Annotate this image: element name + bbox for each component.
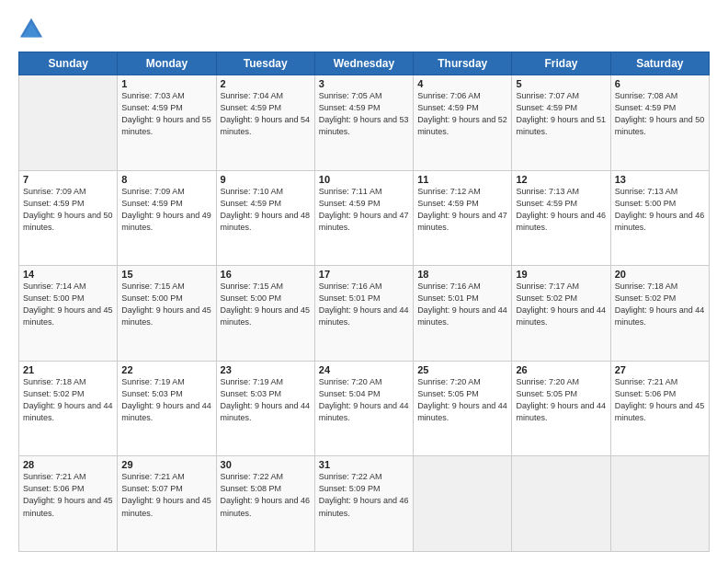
day-info: Sunrise: 7:06 AM Sunset: 4:59 PM Dayligh… [417,91,507,136]
day-number: 9 [221,174,311,185]
calendar-cell: 5 Sunrise: 7:07 AM Sunset: 4:59 PM Dayli… [512,75,610,171]
day-info: Sunrise: 7:09 AM Sunset: 4:59 PM Dayligh… [121,187,211,232]
calendar-week-2: 7 Sunrise: 7:09 AM Sunset: 4:59 PM Dayli… [19,170,710,266]
day-info: Sunrise: 7:08 AM Sunset: 4:59 PM Dayligh… [615,91,705,136]
day-info: Sunrise: 7:17 AM Sunset: 5:02 PM Dayligh… [516,282,606,327]
logo-icon [18,17,44,42]
day-number: 17 [319,269,409,280]
page: SundayMondayTuesdayWednesdayThursdayFrid… [0,0,728,563]
calendar-cell: 27 Sunrise: 7:21 AM Sunset: 5:06 PM Dayl… [610,361,709,456]
calendar-cell: 7 Sunrise: 7:09 AM Sunset: 4:59 PM Dayli… [19,170,118,266]
day-number: 26 [516,364,606,375]
calendar-cell: 28 Sunrise: 7:21 AM Sunset: 5:06 PM Dayl… [19,456,118,552]
day-number: 14 [23,269,113,280]
day-number: 19 [516,269,606,280]
day-number: 28 [23,459,113,470]
day-info: Sunrise: 7:13 AM Sunset: 5:00 PM Dayligh… [615,187,705,232]
calendar-cell: 23 Sunrise: 7:19 AM Sunset: 5:03 PM Dayl… [216,361,314,456]
calendar-cell: 29 Sunrise: 7:21 AM Sunset: 5:07 PM Dayl… [118,456,216,552]
day-number: 6 [615,78,705,89]
calendar-cell: 4 Sunrise: 7:06 AM Sunset: 4:59 PM Dayli… [414,75,512,171]
day-number: 22 [121,364,211,375]
calendar-cell [610,456,709,552]
calendar-cell: 20 Sunrise: 7:18 AM Sunset: 5:02 PM Dayl… [610,266,709,362]
calendar-cell: 1 Sunrise: 7:03 AM Sunset: 4:59 PM Dayli… [118,75,216,171]
day-info: Sunrise: 7:18 AM Sunset: 5:02 PM Dayligh… [615,282,705,327]
day-info: Sunrise: 7:18 AM Sunset: 5:02 PM Dayligh… [23,377,113,422]
day-number: 25 [417,364,507,375]
calendar-cell: 21 Sunrise: 7:18 AM Sunset: 5:02 PM Dayl… [19,361,118,456]
calendar-cell: 18 Sunrise: 7:16 AM Sunset: 5:01 PM Dayl… [414,266,512,362]
day-number: 21 [23,364,113,375]
calendar-cell: 30 Sunrise: 7:22 AM Sunset: 5:08 PM Dayl… [216,456,314,552]
day-info: Sunrise: 7:20 AM Sunset: 5:04 PM Dayligh… [319,377,409,422]
calendar-header-row: SundayMondayTuesdayWednesdayThursdayFrid… [19,52,710,75]
calendar-week-1: 1 Sunrise: 7:03 AM Sunset: 4:59 PM Dayli… [19,75,710,171]
calendar-cell: 19 Sunrise: 7:17 AM Sunset: 5:02 PM Dayl… [512,266,610,362]
calendar-cell [512,456,610,552]
col-header-monday: Monday [118,52,216,75]
calendar-cell: 24 Sunrise: 7:20 AM Sunset: 5:04 PM Dayl… [314,361,413,456]
calendar-cell: 9 Sunrise: 7:10 AM Sunset: 4:59 PM Dayli… [216,170,314,266]
col-header-thursday: Thursday [414,52,512,75]
calendar-cell: 12 Sunrise: 7:13 AM Sunset: 4:59 PM Dayl… [512,170,610,266]
day-info: Sunrise: 7:22 AM Sunset: 5:08 PM Dayligh… [221,472,311,517]
calendar-cell [414,456,512,552]
calendar-cell: 26 Sunrise: 7:20 AM Sunset: 5:05 PM Dayl… [512,361,610,456]
day-number: 13 [615,174,705,185]
calendar-cell: 16 Sunrise: 7:15 AM Sunset: 5:00 PM Dayl… [216,266,314,362]
day-number: 29 [121,459,211,470]
day-info: Sunrise: 7:15 AM Sunset: 5:00 PM Dayligh… [121,282,211,327]
col-header-wednesday: Wednesday [314,52,413,75]
calendar-cell: 10 Sunrise: 7:11 AM Sunset: 4:59 PM Dayl… [314,170,413,266]
calendar-table: SundayMondayTuesdayWednesdayThursdayFrid… [18,52,710,552]
day-number: 23 [221,364,311,375]
col-header-sunday: Sunday [19,52,118,75]
day-number: 10 [319,174,409,185]
col-header-friday: Friday [512,52,610,75]
day-info: Sunrise: 7:12 AM Sunset: 4:59 PM Dayligh… [417,187,507,232]
day-number: 30 [221,459,311,470]
day-info: Sunrise: 7:22 AM Sunset: 5:09 PM Dayligh… [319,472,409,517]
day-number: 12 [516,174,606,185]
day-number: 31 [319,459,409,470]
logo [18,17,48,42]
calendar-cell: 6 Sunrise: 7:08 AM Sunset: 4:59 PM Dayli… [610,75,709,171]
day-info: Sunrise: 7:14 AM Sunset: 5:00 PM Dayligh… [23,282,113,327]
day-number: 24 [319,364,409,375]
calendar-cell: 13 Sunrise: 7:13 AM Sunset: 5:00 PM Dayl… [610,170,709,266]
calendar-week-4: 21 Sunrise: 7:18 AM Sunset: 5:02 PM Dayl… [19,361,710,456]
day-info: Sunrise: 7:19 AM Sunset: 5:03 PM Dayligh… [221,377,311,422]
day-info: Sunrise: 7:04 AM Sunset: 4:59 PM Dayligh… [221,91,311,136]
calendar-week-5: 28 Sunrise: 7:21 AM Sunset: 5:06 PM Dayl… [19,456,710,552]
calendar-cell: 2 Sunrise: 7:04 AM Sunset: 4:59 PM Dayli… [216,75,314,171]
calendar-week-3: 14 Sunrise: 7:14 AM Sunset: 5:00 PM Dayl… [19,266,710,362]
calendar-cell: 15 Sunrise: 7:15 AM Sunset: 5:00 PM Dayl… [118,266,216,362]
day-info: Sunrise: 7:03 AM Sunset: 4:59 PM Dayligh… [121,91,211,136]
header [18,17,710,42]
day-info: Sunrise: 7:21 AM Sunset: 5:06 PM Dayligh… [23,472,113,517]
calendar-cell: 31 Sunrise: 7:22 AM Sunset: 5:09 PM Dayl… [314,456,413,552]
day-number: 4 [417,78,507,89]
day-number: 3 [319,78,409,89]
day-info: Sunrise: 7:11 AM Sunset: 4:59 PM Dayligh… [319,187,409,232]
day-number: 7 [23,174,113,185]
day-info: Sunrise: 7:07 AM Sunset: 4:59 PM Dayligh… [516,91,606,136]
day-info: Sunrise: 7:13 AM Sunset: 4:59 PM Dayligh… [516,187,606,232]
day-number: 27 [615,364,705,375]
day-info: Sunrise: 7:19 AM Sunset: 5:03 PM Dayligh… [121,377,211,422]
calendar-cell: 8 Sunrise: 7:09 AM Sunset: 4:59 PM Dayli… [118,170,216,266]
calendar-cell: 22 Sunrise: 7:19 AM Sunset: 5:03 PM Dayl… [118,361,216,456]
day-number: 11 [417,174,507,185]
calendar-cell: 14 Sunrise: 7:14 AM Sunset: 5:00 PM Dayl… [19,266,118,362]
calendar-cell [19,75,118,171]
calendar-cell: 25 Sunrise: 7:20 AM Sunset: 5:05 PM Dayl… [414,361,512,456]
day-number: 15 [121,269,211,280]
day-info: Sunrise: 7:20 AM Sunset: 5:05 PM Dayligh… [516,377,606,422]
col-header-saturday: Saturday [610,52,709,75]
day-number: 8 [121,174,211,185]
day-number: 2 [221,78,311,89]
day-number: 20 [615,269,705,280]
day-number: 16 [221,269,311,280]
day-info: Sunrise: 7:10 AM Sunset: 4:59 PM Dayligh… [221,187,311,232]
